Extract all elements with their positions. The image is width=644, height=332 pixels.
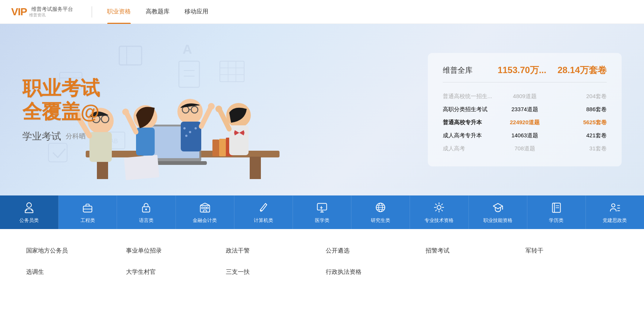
stats-total-sets: 28.14万套卷 [558, 64, 607, 76]
stats-row-sets: 421套卷 [552, 132, 607, 139]
logo-sub: 维普资讯 [29, 12, 73, 18]
stats-row-sets: 31套卷 [552, 145, 607, 152]
stats-row: 成人高考708道题31套卷 [443, 142, 607, 155]
category-label-5: 医学类 [315, 217, 329, 224]
nav-item-career[interactable]: 职业资格 [100, 0, 138, 24]
category-icon-6 [374, 201, 387, 214]
svg-point-63 [145, 209, 147, 210]
category-icon-0 [22, 201, 36, 214]
category-item-8[interactable]: 职业技能资格 [469, 195, 527, 229]
category-icon-1 [81, 201, 94, 214]
category-item-1[interactable]: 工程类 [59, 195, 117, 229]
header: VIP 维普考试服务平台 维普资讯 职业资格 高教题库 移动应用 [0, 0, 644, 24]
banner-sub-1: 学业考试 [22, 130, 61, 143]
logo-vip: VIP [11, 6, 27, 18]
category-label-7: 专业技术资格 [424, 217, 454, 224]
category-label-3: 金融会计类 [193, 217, 217, 224]
banner-headline-2: 全覆盖@ [22, 100, 300, 123]
subcategory-item-8[interactable]: 三支一扶 [222, 261, 322, 283]
category-item-7[interactable]: 专业技术资格 [410, 195, 468, 229]
category-label-4: 计算机类 [254, 217, 273, 224]
svg-line-71 [265, 203, 267, 205]
banner-left: 职业考试 全覆盖@ 学业考试 分科晒 [0, 62, 322, 158]
subcategory-item-1[interactable]: 事业单位招录 [122, 240, 222, 261]
svg-rect-25 [124, 155, 160, 180]
stats-title: 维普全库 [443, 65, 473, 75]
category-nav: 公务员类工程类语言类金融会计类计算机类医学类研究生类专业技术资格职业技能资格学历… [0, 195, 644, 229]
category-item-4[interactable]: 计算机类 [234, 195, 293, 229]
stats-row-sets: 204套卷 [552, 93, 607, 100]
svg-rect-66 [204, 207, 206, 209]
category-label-0: 公务员类 [19, 217, 39, 224]
stats-row: 高职分类招生考试23374道题886套卷 [443, 103, 607, 116]
category-label-10: 党建思政类 [603, 217, 627, 224]
svg-point-81 [437, 206, 441, 210]
logo-area: VIP 维普考试服务平台 维普资讯 [11, 6, 73, 18]
category-label-2: 语言类 [139, 217, 154, 224]
logo-platform: 维普考试服务平台 [31, 6, 73, 12]
banner-stats: 维普全库 1153.70万... 28.14万套卷 普通高校统一招生...480… [428, 53, 622, 166]
category-icon-4 [257, 201, 270, 214]
svg-point-84 [502, 209, 503, 210]
stats-row-sets: 5625套卷 [552, 119, 607, 126]
svg-marker-82 [493, 203, 502, 209]
subcategory-item-7[interactable]: 大学生村官 [122, 261, 222, 283]
stats-row-questions: 708道题 [498, 145, 552, 152]
subcategory-area: 国家地方公务员事业单位招录政法干警公开遴选招警考试军转干选调生大学生村官三支一扶… [0, 229, 644, 304]
category-label-6: 研究生类 [371, 217, 390, 224]
nav-item-library[interactable]: 高教题库 [138, 0, 177, 24]
category-item-3[interactable]: 金融会计类 [176, 195, 234, 229]
main-nav: 职业资格 高教题库 移动应用 [100, 0, 216, 24]
category-icon-2 [139, 201, 153, 214]
stats-row-name: 普通高校统一招生... [443, 93, 498, 100]
svg-rect-18 [250, 157, 261, 179]
category-icon-9 [550, 201, 563, 214]
category-icon-8 [491, 201, 505, 214]
stats-row-questions: 224920道题 [498, 119, 552, 126]
category-icon-5 [315, 201, 329, 214]
subcategory-item-4[interactable]: 招警考试 [422, 240, 522, 261]
stats-row-sets: 886套卷 [552, 106, 607, 113]
category-item-6[interactable]: 研究生类 [351, 195, 410, 229]
category-label-9: 学历类 [549, 217, 564, 224]
category-item-5[interactable]: 医学类 [293, 195, 351, 229]
subcategory-item-2[interactable]: 政法干警 [222, 240, 322, 261]
stats-row-questions: 23374道题 [498, 106, 552, 113]
stats-header: 维普全库 1153.70万... 28.14万套卷 [443, 64, 607, 82]
category-item-0[interactable]: 公务员类 [0, 195, 59, 229]
stats-row-questions: 14063道题 [498, 132, 552, 139]
stats-row-name: 普通高校专升本 [443, 119, 498, 126]
nav-item-mobile[interactable]: 移动应用 [177, 0, 216, 24]
category-item-9[interactable]: 学历类 [527, 195, 586, 229]
category-item-2[interactable]: 语言类 [117, 195, 176, 229]
svg-rect-67 [206, 207, 208, 209]
stats-row-name: 成人高考 [443, 145, 498, 152]
stats-row-name: 高职分类招生考试 [443, 106, 498, 113]
stats-totals: 1153.70万... 28.14万套卷 [498, 64, 607, 76]
stats-row: 普通高校统一招生...4809道题204套卷 [443, 90, 607, 103]
svg-rect-73 [318, 203, 327, 210]
category-label-1: 工程类 [80, 217, 95, 224]
stats-row-questions: 4809道题 [498, 93, 552, 100]
svg-rect-68 [203, 210, 206, 212]
svg-point-89 [612, 204, 615, 207]
banner-headline-1: 职业考试 [22, 76, 300, 100]
banner-sub-2: 分科晒 [66, 132, 86, 141]
subcategory-grid: 国家地方公务员事业单位招录政法干警公开遴选招警考试军转干选调生大学生村官三支一扶… [22, 240, 622, 283]
category-item-10[interactable]: 党建思政类 [586, 195, 644, 229]
subcategory-item-6[interactable]: 选调生 [22, 261, 122, 283]
subcategory-item-9[interactable]: 行政执法资格 [322, 261, 422, 283]
subcategory-item-5[interactable]: 军转干 [522, 240, 622, 261]
category-icon-3 [198, 201, 212, 214]
stats-total-questions: 1153.70万... [498, 64, 546, 76]
subcategory-item-3[interactable]: 公开遴选 [322, 240, 422, 261]
banner: AB A 职业考试 全覆盖@ 学业考试 分科晒 [0, 24, 644, 195]
category-label-8: 职业技能资格 [483, 217, 512, 224]
stats-row: 普通高校专升本224920道题5625套卷 [443, 116, 607, 129]
category-icon-7 [432, 201, 446, 214]
subcategory-item-0[interactable]: 国家地方公务员 [22, 240, 122, 261]
logo-divider [92, 6, 92, 18]
stats-row: 成人高考专升本14063道题421套卷 [443, 129, 607, 142]
stats-row-name: 成人高考专升本 [443, 132, 498, 139]
svg-rect-65 [202, 207, 203, 209]
